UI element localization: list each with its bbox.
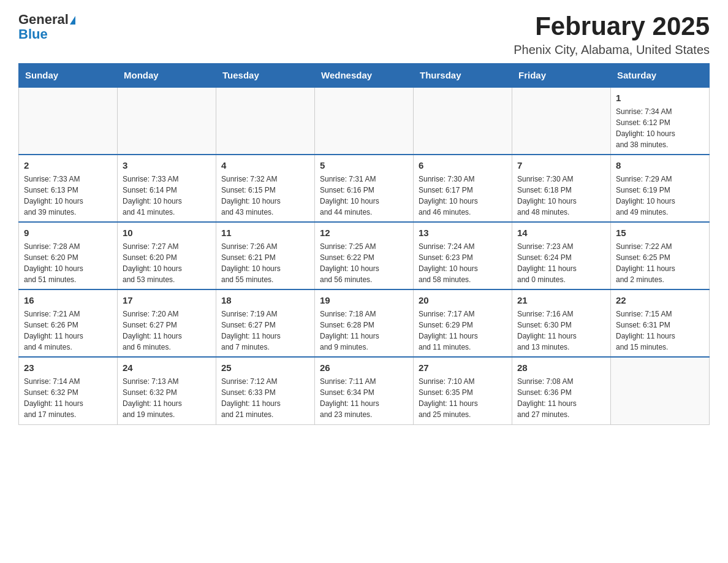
- header-sunday: Sunday: [19, 64, 118, 88]
- day-info: Sunrise: 7:33 AM Sunset: 6:13 PM Dayligh…: [24, 174, 112, 218]
- calendar-subtitle: Phenix City, Alabama, United States: [514, 43, 710, 57]
- calendar-cell: 20Sunrise: 7:17 AM Sunset: 6:29 PM Dayli…: [414, 289, 512, 357]
- day-info: Sunrise: 7:22 AM Sunset: 6:25 PM Dayligh…: [616, 241, 704, 285]
- day-number: 3: [123, 159, 211, 172]
- calendar-cell: 3Sunrise: 7:33 AM Sunset: 6:14 PM Daylig…: [118, 155, 216, 222]
- logo-general-text: General: [18, 12, 69, 27]
- day-number: 12: [320, 226, 408, 240]
- day-info: Sunrise: 7:10 AM Sunset: 6:35 PM Dayligh…: [419, 376, 507, 420]
- calendar-cell: 24Sunrise: 7:13 AM Sunset: 6:32 PM Dayli…: [118, 357, 216, 424]
- day-info: Sunrise: 7:33 AM Sunset: 6:14 PM Dayligh…: [123, 174, 211, 218]
- logo-triangle-icon: [70, 16, 75, 25]
- day-info: Sunrise: 7:12 AM Sunset: 6:33 PM Dayligh…: [221, 376, 309, 420]
- logo-blue-text: Blue: [18, 27, 75, 42]
- calendar-cell: 11Sunrise: 7:26 AM Sunset: 6:21 PM Dayli…: [216, 222, 315, 289]
- day-number: 18: [221, 294, 309, 307]
- page-header: General Blue February 2025 Phenix City, …: [18, 12, 710, 57]
- day-info: Sunrise: 7:32 AM Sunset: 6:15 PM Dayligh…: [221, 174, 309, 218]
- calendar-cell: 1Sunrise: 7:34 AM Sunset: 6:12 PM Daylig…: [611, 87, 710, 155]
- calendar-cell: 2Sunrise: 7:33 AM Sunset: 6:13 PM Daylig…: [19, 155, 118, 222]
- day-number: 1: [616, 91, 704, 105]
- calendar-cell: 25Sunrise: 7:12 AM Sunset: 6:33 PM Dayli…: [216, 357, 315, 424]
- calendar-cell: [414, 87, 512, 155]
- calendar-cell: 16Sunrise: 7:21 AM Sunset: 6:26 PM Dayli…: [19, 289, 118, 357]
- calendar-cell: 10Sunrise: 7:27 AM Sunset: 6:20 PM Dayli…: [118, 222, 216, 289]
- day-number: 27: [419, 361, 507, 375]
- header-thursday: Thursday: [414, 64, 512, 88]
- calendar-cell: 15Sunrise: 7:22 AM Sunset: 6:25 PM Dayli…: [611, 222, 710, 289]
- calendar-week-5: 23Sunrise: 7:14 AM Sunset: 6:32 PM Dayli…: [19, 357, 710, 424]
- day-info: Sunrise: 7:16 AM Sunset: 6:30 PM Dayligh…: [517, 308, 605, 353]
- day-info: Sunrise: 7:20 AM Sunset: 6:27 PM Dayligh…: [123, 308, 211, 353]
- day-info: Sunrise: 7:13 AM Sunset: 6:32 PM Dayligh…: [123, 376, 211, 420]
- calendar-cell: [118, 87, 216, 155]
- day-number: 25: [221, 361, 309, 375]
- calendar-cell: 4Sunrise: 7:32 AM Sunset: 6:15 PM Daylig…: [216, 155, 315, 222]
- day-number: 28: [517, 361, 605, 375]
- calendar-cell: [611, 357, 710, 424]
- day-info: Sunrise: 7:25 AM Sunset: 6:22 PM Dayligh…: [320, 241, 408, 285]
- day-info: Sunrise: 7:27 AM Sunset: 6:20 PM Dayligh…: [123, 241, 211, 285]
- day-info: Sunrise: 7:28 AM Sunset: 6:20 PM Dayligh…: [24, 241, 112, 285]
- header-tuesday: Tuesday: [216, 64, 315, 88]
- header-wednesday: Wednesday: [315, 64, 414, 88]
- day-number: 11: [221, 226, 309, 240]
- day-number: 7: [517, 159, 605, 172]
- logo: General Blue: [18, 12, 75, 42]
- day-info: Sunrise: 7:31 AM Sunset: 6:16 PM Dayligh…: [320, 174, 408, 218]
- header-friday: Friday: [512, 64, 611, 88]
- calendar-cell: 19Sunrise: 7:18 AM Sunset: 6:28 PM Dayli…: [315, 289, 414, 357]
- day-number: 19: [320, 294, 408, 307]
- calendar-week-3: 9Sunrise: 7:28 AM Sunset: 6:20 PM Daylig…: [19, 222, 710, 289]
- calendar-cell: 23Sunrise: 7:14 AM Sunset: 6:32 PM Dayli…: [19, 357, 118, 424]
- day-number: 23: [24, 361, 112, 375]
- title-section: February 2025 Phenix City, Alabama, Unit…: [514, 12, 710, 57]
- calendar-table: Sunday Monday Tuesday Wednesday Thursday…: [18, 63, 710, 425]
- day-info: Sunrise: 7:14 AM Sunset: 6:32 PM Dayligh…: [24, 376, 112, 420]
- day-number: 17: [123, 294, 211, 307]
- day-info: Sunrise: 7:17 AM Sunset: 6:29 PM Dayligh…: [419, 308, 507, 353]
- day-number: 26: [320, 361, 408, 375]
- day-number: 24: [123, 361, 211, 375]
- day-number: 16: [24, 294, 112, 307]
- calendar-cell: [315, 87, 414, 155]
- day-number: 2: [24, 159, 112, 172]
- day-number: 22: [616, 294, 704, 307]
- day-info: Sunrise: 7:23 AM Sunset: 6:24 PM Dayligh…: [517, 241, 605, 285]
- day-number: 9: [24, 226, 112, 240]
- header-monday: Monday: [118, 64, 216, 88]
- calendar-cell: 13Sunrise: 7:24 AM Sunset: 6:23 PM Dayli…: [414, 222, 512, 289]
- calendar-cell: 28Sunrise: 7:08 AM Sunset: 6:36 PM Dayli…: [512, 357, 611, 424]
- calendar-cell: 21Sunrise: 7:16 AM Sunset: 6:30 PM Dayli…: [512, 289, 611, 357]
- day-info: Sunrise: 7:26 AM Sunset: 6:21 PM Dayligh…: [221, 241, 309, 285]
- day-info: Sunrise: 7:18 AM Sunset: 6:28 PM Dayligh…: [320, 308, 408, 353]
- calendar-cell: 9Sunrise: 7:28 AM Sunset: 6:20 PM Daylig…: [19, 222, 118, 289]
- day-number: 6: [419, 159, 507, 172]
- day-number: 21: [517, 294, 605, 307]
- calendar-cell: 7Sunrise: 7:30 AM Sunset: 6:18 PM Daylig…: [512, 155, 611, 222]
- day-info: Sunrise: 7:29 AM Sunset: 6:19 PM Dayligh…: [616, 174, 704, 218]
- calendar-cell: 5Sunrise: 7:31 AM Sunset: 6:16 PM Daylig…: [315, 155, 414, 222]
- day-info: Sunrise: 7:19 AM Sunset: 6:27 PM Dayligh…: [221, 308, 309, 353]
- day-info: Sunrise: 7:21 AM Sunset: 6:26 PM Dayligh…: [24, 308, 112, 353]
- day-info: Sunrise: 7:30 AM Sunset: 6:17 PM Dayligh…: [419, 174, 507, 218]
- day-number: 10: [123, 226, 211, 240]
- calendar-cell: [512, 87, 611, 155]
- calendar-cell: 26Sunrise: 7:11 AM Sunset: 6:34 PM Dayli…: [315, 357, 414, 424]
- calendar-cell: [19, 87, 118, 155]
- calendar-cell: [216, 87, 315, 155]
- day-number: 8: [616, 159, 704, 172]
- day-info: Sunrise: 7:15 AM Sunset: 6:31 PM Dayligh…: [616, 308, 704, 353]
- day-info: Sunrise: 7:24 AM Sunset: 6:23 PM Dayligh…: [419, 241, 507, 285]
- calendar-cell: 8Sunrise: 7:29 AM Sunset: 6:19 PM Daylig…: [611, 155, 710, 222]
- day-info: Sunrise: 7:34 AM Sunset: 6:12 PM Dayligh…: [616, 106, 704, 150]
- weekday-header-row: Sunday Monday Tuesday Wednesday Thursday…: [19, 64, 710, 88]
- calendar-cell: 14Sunrise: 7:23 AM Sunset: 6:24 PM Dayli…: [512, 222, 611, 289]
- day-info: Sunrise: 7:08 AM Sunset: 6:36 PM Dayligh…: [517, 376, 605, 420]
- calendar-week-2: 2Sunrise: 7:33 AM Sunset: 6:13 PM Daylig…: [19, 155, 710, 222]
- calendar-cell: 18Sunrise: 7:19 AM Sunset: 6:27 PM Dayli…: [216, 289, 315, 357]
- header-saturday: Saturday: [611, 64, 710, 88]
- day-number: 15: [616, 226, 704, 240]
- day-number: 13: [419, 226, 507, 240]
- day-number: 4: [221, 159, 309, 172]
